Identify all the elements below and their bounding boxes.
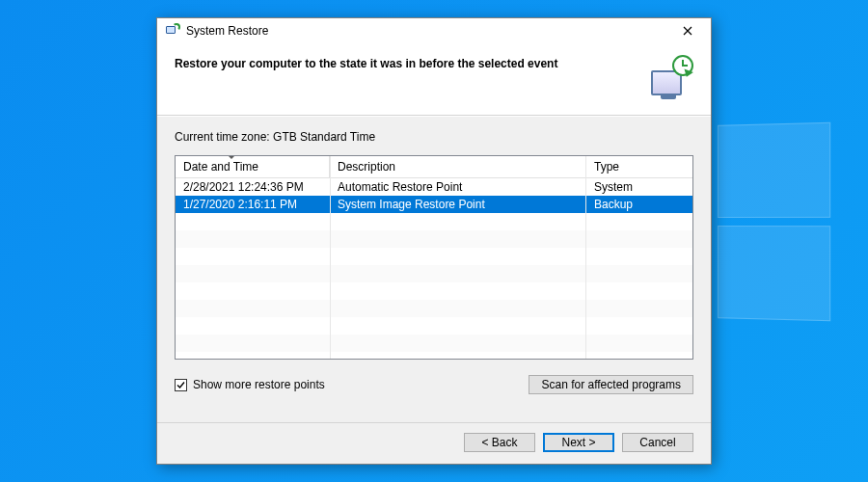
dialog-body: Current time zone: GTB Standard Time Dat… [157, 116, 711, 422]
column-header-label: Date and Time [183, 160, 258, 174]
column-header-description[interactable]: Description [330, 156, 586, 177]
restore-points-table[interactable]: Date and Time Description Type 2/28/2021… [175, 155, 693, 360]
empty-row [176, 335, 692, 352]
table-row[interactable]: 2/28/2021 12:24:36 PM Automatic Restore … [176, 178, 692, 196]
cell-date-time: 2/28/2021 12:24:36 PM [176, 180, 330, 194]
cell-description: System Image Restore Point [330, 198, 586, 211]
empty-row [176, 213, 692, 230]
empty-row [176, 248, 692, 265]
timezone-label: Current time zone: GTB Standard Time [175, 130, 693, 144]
window-title: System Restore [186, 24, 268, 38]
show-more-label: Show more restore points [193, 378, 325, 391]
cell-description: Automatic Restore Point [330, 180, 586, 194]
below-table-row: Show more restore points Scan for affect… [175, 375, 693, 394]
close-icon [683, 26, 692, 36]
system-restore-icon [165, 23, 180, 39]
header-heading: Restore your computer to the state it wa… [175, 55, 641, 70]
empty-row [176, 230, 692, 248]
system-restore-dialog: System Restore Restore your computer to … [156, 17, 712, 465]
restore-clock-icon [651, 55, 693, 97]
dialog-header: Restore your computer to the state it wa… [157, 43, 711, 116]
close-button[interactable] [670, 21, 705, 40]
table-header: Date and Time Description Type [176, 156, 692, 178]
cell-date-time: 1/27/2020 2:16:11 PM [176, 198, 330, 211]
back-button[interactable]: < Back [464, 433, 535, 452]
scan-affected-programs-button[interactable]: Scan for affected programs [529, 375, 693, 394]
checkmark-icon [176, 380, 186, 390]
cell-type: Backup [586, 198, 692, 211]
dialog-footer: < Back Next > Cancel [157, 422, 711, 464]
column-header-type[interactable]: Type [586, 156, 692, 177]
titlebar: System Restore [157, 18, 711, 43]
column-header-date-time[interactable]: Date and Time [176, 156, 330, 177]
empty-row [176, 282, 692, 300]
show-more-checkbox[interactable]: Show more restore points [175, 378, 325, 391]
empty-row [176, 317, 692, 335]
checkbox-box [175, 379, 187, 391]
next-button[interactable]: Next > [543, 433, 614, 452]
empty-row [176, 265, 692, 282]
empty-row [176, 300, 692, 317]
cell-type: System [586, 180, 692, 194]
sort-indicator-icon [228, 155, 235, 159]
cancel-button[interactable]: Cancel [622, 433, 693, 452]
table-row-selected[interactable]: 1/27/2020 2:16:11 PM System Image Restor… [176, 196, 692, 213]
